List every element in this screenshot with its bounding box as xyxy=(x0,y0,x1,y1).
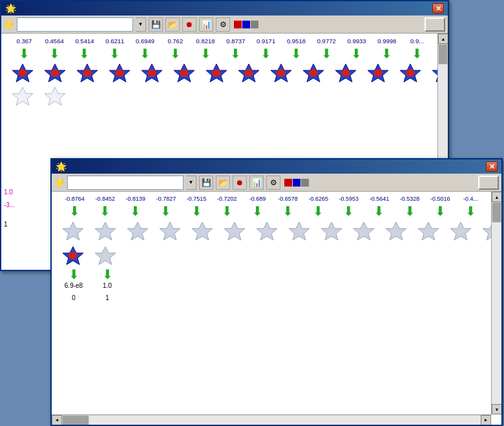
val2-11: -0.5328 xyxy=(395,196,425,202)
scroll-thumb-2[interactable] xyxy=(492,203,501,222)
content-area-2: ▲ ▼ ◄ ► -0.8764 -0.8452 -0.8139 -0.7827 … xyxy=(52,192,501,425)
svg-point-5 xyxy=(83,69,92,77)
node-gray xyxy=(251,220,283,242)
export-icon-1[interactable]: 📊 xyxy=(199,17,213,32)
node-blue xyxy=(265,62,297,84)
record-icon-2[interactable]: ⏺ xyxy=(233,176,247,190)
scroll-htrack-2[interactable] xyxy=(89,416,481,425)
arrow-1-11: ⬇ xyxy=(342,47,372,60)
title-bar-2[interactable]: 🌟 ✕ xyxy=(52,159,501,174)
value-row-1: 0.367 0.4564 0.5414 0.6211 0.6949 0.762 … xyxy=(1,36,437,46)
record-icon-1[interactable]: ⏺ xyxy=(182,17,196,32)
ok-button-2[interactable] xyxy=(478,176,499,190)
svg-point-9 xyxy=(147,69,156,77)
val-1-11: 0.9933 xyxy=(342,37,372,45)
bot-arr-1: ⬇ xyxy=(90,268,124,281)
open-icon-2[interactable]: 📂 xyxy=(216,176,230,190)
node-gray xyxy=(315,220,348,242)
val2-2: -0.8139 xyxy=(120,196,151,202)
settings-icon-2[interactable]: ⚙ xyxy=(266,176,280,190)
settings-icon-1[interactable]: ⚙ xyxy=(216,17,230,32)
save-icon-1[interactable]: 💾 xyxy=(149,17,163,32)
scroll-track-2[interactable] xyxy=(492,223,501,404)
svg-point-3 xyxy=(50,69,59,77)
bottom-lbl-row: 0 1 xyxy=(52,293,491,303)
val2-6: -0.689 xyxy=(242,196,273,202)
window2-icon: 🌟 xyxy=(56,161,67,172)
val-1-6: 0.8218 xyxy=(191,37,221,45)
open-icon-1[interactable]: 📂 xyxy=(165,17,180,32)
svg-marker-36 xyxy=(257,222,277,240)
scroll-up-2[interactable]: ▲ xyxy=(492,192,501,202)
arrow-row-1: ⬇ ⬇ ⬇ ⬇ ⬇ ⬇ ⬇ ⬇ ⬇ ⬇ ⬇ ⬇ ⬇ ⬇ xyxy=(1,46,437,61)
svg-point-21 xyxy=(341,69,350,77)
arrow-1-7: ⬇ xyxy=(220,47,251,60)
node-blue xyxy=(426,62,437,84)
scroll-thumb-1[interactable] xyxy=(439,45,447,64)
node-gray xyxy=(89,220,121,242)
title-bar-1[interactable]: 🌟 ✕ xyxy=(1,1,448,15)
scrollbar-v-2[interactable]: ▲ ▼ xyxy=(491,192,501,414)
svg-marker-29 xyxy=(45,87,65,105)
svg-marker-31 xyxy=(95,222,116,240)
svg-marker-28 xyxy=(12,87,33,105)
val2-3: -0.7827 xyxy=(151,196,181,202)
scroll-down-2[interactable]: ▼ xyxy=(492,404,501,414)
val2-9: -0.5953 xyxy=(333,196,364,202)
scroll-up-1[interactable]: ▲ xyxy=(438,34,448,44)
arrow-1-8: ⬇ xyxy=(251,47,281,60)
val2-0: -0.8764 xyxy=(59,196,90,202)
dropdown2-arrow[interactable]: ▼ xyxy=(186,176,196,190)
arr2-11: ⬇ xyxy=(395,205,425,218)
window-2: 🌟 ✕ 🌟 ▼ 💾 📂 ⏺ 📊 ⚙ ▲ ▼ ◄ xyxy=(50,158,503,426)
svg-marker-37 xyxy=(289,222,310,240)
svg-point-25 xyxy=(406,69,415,77)
close-button-2[interactable]: ✕ xyxy=(486,161,498,172)
scroll-hthumb-2[interactable] xyxy=(63,416,89,425)
dropdown1-arrow[interactable]: ▼ xyxy=(136,17,146,32)
svg-point-23 xyxy=(373,69,383,77)
val-1-10: 0.9772 xyxy=(311,37,342,45)
bot-lbl-0: 0 xyxy=(57,294,90,301)
svg-point-1 xyxy=(18,69,27,77)
dropdown-1[interactable] xyxy=(17,17,133,32)
scroll-left-2[interactable]: ◄ xyxy=(52,415,62,425)
val2-10: -0.5641 xyxy=(364,196,394,202)
ok-button-1[interactable] xyxy=(425,17,445,32)
arr2-2: ⬇ xyxy=(120,205,151,218)
node-light xyxy=(39,85,71,107)
arrow-1-4: ⬇ xyxy=(130,47,160,60)
save-icon-2[interactable]: 💾 xyxy=(199,176,213,190)
arr2-4: ⬇ xyxy=(182,205,212,218)
val2-7: -0.6578 xyxy=(273,196,303,202)
dropdown-2[interactable] xyxy=(67,176,184,190)
node-blue xyxy=(136,62,168,84)
arrow-1-0: ⬇ xyxy=(9,47,39,60)
toolbar-1: 🌟 ▼ 💾 📂 ⏺ 📊 ⚙ xyxy=(1,15,448,34)
val-1-12: 0.9998 xyxy=(372,37,402,45)
arr2-10: ⬇ xyxy=(364,205,394,218)
scroll-right-2[interactable]: ► xyxy=(481,415,491,425)
arrow-1-12: ⬇ xyxy=(372,47,402,60)
bot-val-1: 1.0 xyxy=(90,282,124,289)
svg-marker-34 xyxy=(192,222,213,240)
svg-point-45 xyxy=(68,252,78,259)
scrollbar-h-2[interactable]: ◄ ► xyxy=(52,414,491,425)
svg-marker-33 xyxy=(160,222,180,240)
bot-arr-0: ⬇ xyxy=(57,268,90,281)
arr2-6: ⬇ xyxy=(242,205,273,218)
bottom-arrow-row: ⬇ ⬇ xyxy=(52,268,491,281)
node-gray xyxy=(283,220,315,242)
svg-point-17 xyxy=(277,69,286,77)
export-icon-2[interactable]: 📊 xyxy=(249,176,264,190)
val2-5: -0.7202 xyxy=(212,196,242,202)
arrow-1-9: ⬇ xyxy=(281,47,311,60)
node-row-2b xyxy=(52,243,491,268)
val-1-5: 0.762 xyxy=(160,37,191,45)
arr2-3: ⬇ xyxy=(151,205,181,218)
close-button-1[interactable]: ✕ xyxy=(432,3,444,14)
node-blue xyxy=(362,62,394,84)
svg-marker-43 xyxy=(483,222,491,240)
node-blue xyxy=(168,62,200,84)
svg-marker-46 xyxy=(95,247,116,265)
